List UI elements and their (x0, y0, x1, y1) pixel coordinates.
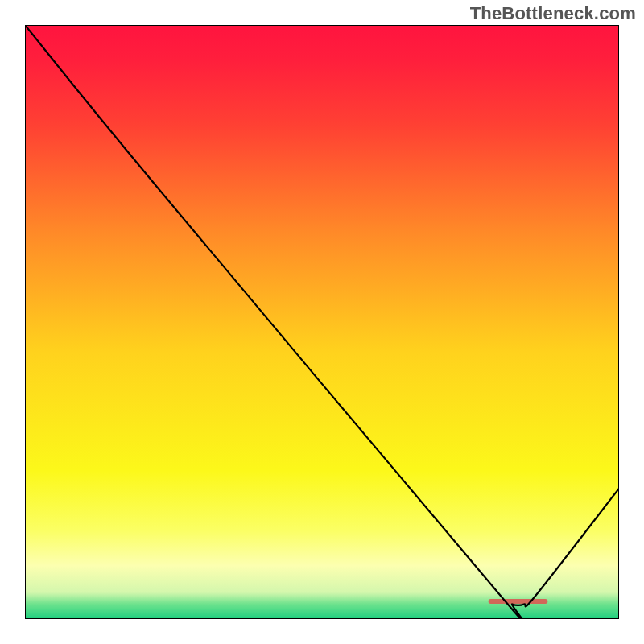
svg-rect-0 (489, 599, 548, 604)
chart-plot-area (25, 25, 619, 619)
watermark-text: TheBottleneck.com (470, 3, 636, 24)
chart-gradient-background (25, 25, 619, 619)
chart-svg (25, 25, 619, 619)
chart-stage: TheBottleneck.com (0, 0, 644, 644)
chart-highlight-band (489, 599, 548, 604)
